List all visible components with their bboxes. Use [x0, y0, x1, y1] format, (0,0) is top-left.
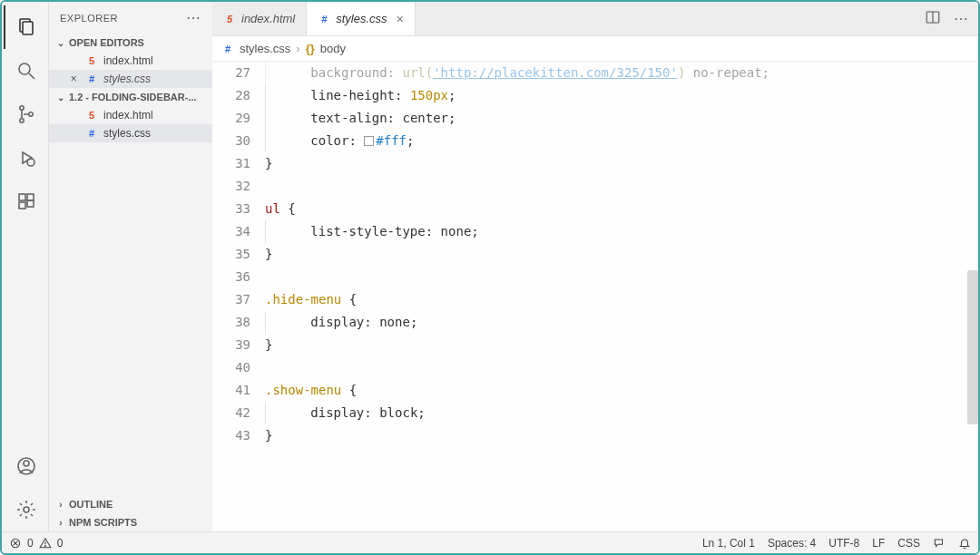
warnings-icon[interactable] — [39, 537, 52, 550]
file-name: styles.css — [103, 73, 151, 85]
status-encoding[interactable]: UTF-8 — [828, 537, 859, 550]
close-icon[interactable]: × — [393, 12, 404, 26]
css-file-icon: # — [221, 43, 234, 55]
chevron-down-icon: ⌄ — [54, 38, 67, 48]
folder-section[interactable]: ⌄ 1.2 - FOLDING-SIDEBAR-... — [49, 88, 212, 106]
activity-bar — [2, 2, 49, 531]
svg-point-15 — [24, 507, 29, 512]
status-language[interactable]: CSS — [897, 537, 920, 550]
html-file-icon: 5 — [85, 109, 98, 122]
breadcrumb[interactable]: # styles.css › {} body — [212, 36, 978, 62]
svg-rect-10 — [27, 194, 34, 200]
search-activity-button[interactable] — [4, 49, 47, 92]
explorer-activity-button[interactable] — [4, 5, 47, 49]
accounts-activity-button[interactable] — [4, 444, 47, 488]
status-spaces[interactable]: Spaces: 4 — [768, 537, 816, 550]
extensions-activity-button[interactable] — [4, 180, 47, 223]
npm-scripts-label: NPM SCRIPTS — [69, 517, 137, 528]
tab-more-icon[interactable]: ⋯ — [954, 10, 969, 27]
chevron-right-icon: › — [296, 42, 299, 55]
settings-activity-button[interactable] — [4, 488, 47, 531]
open-editors-section[interactable]: ⌄ OPEN EDITORS — [49, 34, 212, 52]
bell-icon[interactable] — [958, 537, 971, 550]
svg-point-8 — [27, 159, 34, 166]
svg-point-4 — [19, 106, 23, 110]
svg-point-22 — [44, 545, 45, 546]
outline-label: OUTLINE — [69, 499, 113, 510]
svg-point-2 — [19, 63, 30, 74]
file-name: index.html — [103, 54, 153, 67]
scrollbar-thumb[interactable] — [967, 270, 978, 424]
feedback-icon[interactable] — [933, 537, 946, 550]
status-line-col[interactable]: Ln 1, Col 1 — [702, 537, 755, 550]
svg-point-14 — [24, 461, 29, 466]
npm-scripts-section[interactable]: › NPM SCRIPTS — [49, 513, 212, 531]
css-file-icon: # — [85, 127, 98, 140]
status-eol[interactable]: LF — [872, 537, 885, 550]
chevron-down-icon: ⌄ — [54, 92, 67, 102]
symbol-icon: {} — [306, 42, 315, 55]
file-name: styles.css — [103, 127, 151, 140]
close-icon[interactable]: × — [67, 73, 80, 85]
html-file-icon: 5 — [223, 13, 236, 25]
folder-label: 1.2 - FOLDING-SIDEBAR-... — [69, 92, 197, 102]
tab-label: styles.css — [336, 12, 387, 25]
breadcrumb-file[interactable]: styles.css — [240, 42, 290, 55]
status-bar: 0 0 Ln 1, Col 1 Spaces: 4 UTF-8 LF CSS — [2, 531, 978, 553]
sidebar: EXPLORER ⋯ ⌄ OPEN EDITORS × 5 index.html… — [49, 2, 212, 531]
warning-count[interactable]: 0 — [57, 537, 64, 550]
run-debug-activity-button[interactable] — [4, 136, 47, 180]
file-name: index.html — [103, 109, 153, 122]
code-content[interactable]: background: url('http://placekitten.com/… — [260, 62, 978, 531]
editor-area: 5 index.html # styles.css × ⋯ # styles.c… — [212, 2, 978, 531]
svg-point-5 — [19, 119, 23, 122]
sidebar-title: EXPLORER — [60, 13, 118, 24]
sidebar-more-icon[interactable]: ⋯ — [186, 9, 201, 26]
tab-bar: 5 index.html # styles.css × ⋯ — [212, 2, 978, 36]
chevron-right-icon: › — [54, 500, 67, 510]
close-icon[interactable]: × — [67, 54, 80, 67]
sidebar-header: EXPLORER ⋯ — [49, 2, 212, 34]
css-file-icon: # — [85, 73, 98, 85]
file-item[interactable]: × 5 index.html — [49, 106, 212, 124]
chevron-right-icon: › — [54, 518, 67, 528]
tab-index-html[interactable]: 5 index.html — [212, 2, 307, 35]
error-count[interactable]: 0 — [27, 537, 34, 550]
split-editor-icon[interactable] — [925, 9, 941, 28]
tab-styles-css[interactable]: # styles.css × — [307, 2, 416, 35]
open-editors-label: OPEN EDITORS — [69, 37, 144, 48]
outline-section[interactable]: › OUTLINE — [49, 495, 212, 513]
css-file-icon: # — [318, 13, 330, 25]
svg-rect-9 — [19, 194, 25, 200]
errors-icon[interactable] — [9, 537, 22, 550]
open-editor-item[interactable]: × 5 index.html — [49, 52, 212, 70]
source-control-activity-button[interactable] — [4, 92, 47, 136]
code-editor[interactable]: 2728293031323334353637383940414243 backg… — [212, 62, 978, 531]
svg-line-3 — [29, 73, 34, 79]
svg-rect-12 — [27, 200, 34, 207]
tab-label: index.html — [241, 12, 295, 25]
file-item[interactable]: × # styles.css — [49, 124, 212, 142]
svg-rect-11 — [19, 202, 25, 209]
open-editor-item[interactable]: × # styles.css — [49, 70, 212, 88]
svg-point-6 — [28, 112, 32, 116]
html-file-icon: 5 — [85, 54, 98, 67]
breadcrumb-symbol[interactable]: body — [320, 42, 346, 55]
line-gutter: 2728293031323334353637383940414243 — [212, 62, 260, 531]
svg-rect-1 — [23, 22, 33, 34]
